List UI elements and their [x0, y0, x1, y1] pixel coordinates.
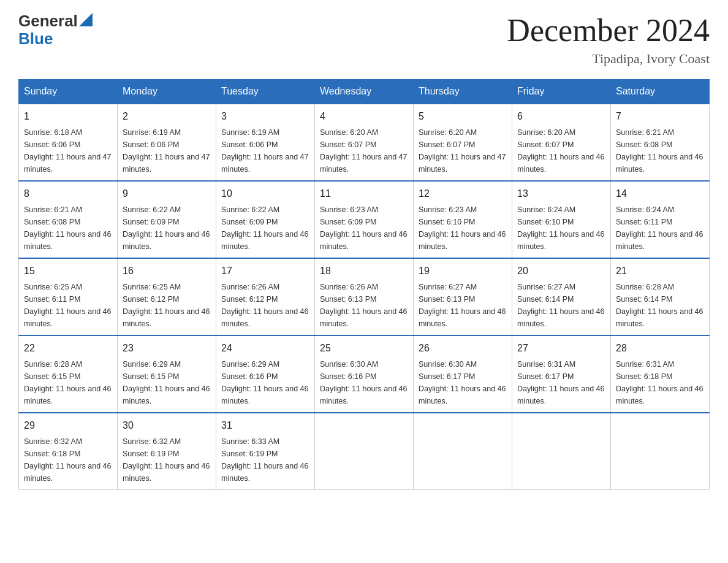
day-number: 21	[616, 264, 704, 278]
calendar-header: SundayMondayTuesdayWednesdayThursdayFrid…	[19, 80, 710, 104]
calendar-cell: 23 Sunrise: 6:29 AMSunset: 6:15 PMDaylig…	[118, 335, 216, 413]
day-info: Sunrise: 6:32 AMSunset: 6:19 PMDaylight:…	[123, 437, 210, 483]
day-number: 11	[320, 186, 408, 201]
day-info: Sunrise: 6:26 AMSunset: 6:13 PMDaylight:…	[320, 283, 407, 328]
day-info: Sunrise: 6:20 AMSunset: 6:07 PMDaylight:…	[419, 128, 506, 174]
logo: General Blue	[18, 12, 93, 47]
page-header: General Blue December 2024 Tipadipa, Ivo…	[18, 12, 710, 67]
day-number: 27	[517, 341, 605, 356]
day-number: 24	[221, 341, 309, 356]
day-info: Sunrise: 6:24 AMSunset: 6:10 PMDaylight:…	[517, 205, 604, 251]
day-number: 20	[517, 264, 605, 278]
calendar-cell: 9 Sunrise: 6:22 AMSunset: 6:09 PMDayligh…	[118, 181, 216, 258]
day-number: 28	[616, 341, 704, 356]
calendar-cell: 20 Sunrise: 6:27 AMSunset: 6:14 PMDaylig…	[512, 258, 611, 335]
calendar-cell: 5 Sunrise: 6:20 AMSunset: 6:07 PMDayligh…	[414, 104, 512, 181]
logo-general-text: General	[18, 12, 78, 30]
calendar-cell: 13 Sunrise: 6:24 AMSunset: 6:10 PMDaylig…	[512, 181, 611, 258]
day-number: 2	[123, 109, 211, 124]
day-number: 10	[221, 186, 309, 201]
calendar-week-row: 29 Sunrise: 6:32 AMSunset: 6:18 PMDaylig…	[19, 413, 710, 490]
day-number: 23	[123, 341, 211, 356]
weekday-header-monday: Monday	[118, 80, 216, 104]
day-number: 29	[24, 418, 112, 433]
day-info: Sunrise: 6:27 AMSunset: 6:13 PMDaylight:…	[419, 283, 506, 328]
calendar-cell: 16 Sunrise: 6:25 AMSunset: 6:12 PMDaylig…	[118, 258, 216, 335]
day-number: 22	[24, 341, 112, 356]
calendar-cell: 14 Sunrise: 6:24 AMSunset: 6:11 PMDaylig…	[611, 181, 710, 258]
day-info: Sunrise: 6:25 AMSunset: 6:11 PMDaylight:…	[24, 283, 111, 328]
calendar-cell: 17 Sunrise: 6:26 AMSunset: 6:12 PMDaylig…	[216, 258, 315, 335]
title-area: December 2024 Tipadipa, Ivory Coast	[507, 12, 710, 67]
day-number: 3	[221, 109, 309, 124]
day-info: Sunrise: 6:28 AMSunset: 6:15 PMDaylight:…	[24, 360, 111, 405]
day-info: Sunrise: 6:21 AMSunset: 6:08 PMDaylight:…	[616, 128, 703, 174]
calendar-cell: 7 Sunrise: 6:21 AMSunset: 6:08 PMDayligh…	[611, 104, 710, 181]
calendar-cell: 22 Sunrise: 6:28 AMSunset: 6:15 PMDaylig…	[19, 335, 118, 413]
day-number: 26	[419, 341, 507, 356]
calendar-cell	[512, 413, 611, 490]
day-number: 15	[24, 264, 112, 278]
day-info: Sunrise: 6:27 AMSunset: 6:14 PMDaylight:…	[517, 283, 604, 328]
day-info: Sunrise: 6:20 AMSunset: 6:07 PMDaylight:…	[320, 128, 407, 174]
calendar-cell: 1 Sunrise: 6:18 AMSunset: 6:06 PMDayligh…	[19, 104, 118, 181]
day-number: 16	[123, 264, 211, 278]
calendar-cell: 2 Sunrise: 6:19 AMSunset: 6:06 PMDayligh…	[118, 104, 216, 181]
calendar-cell	[611, 413, 710, 490]
day-info: Sunrise: 6:21 AMSunset: 6:08 PMDaylight:…	[24, 205, 111, 251]
day-number: 5	[419, 109, 507, 124]
day-info: Sunrise: 6:24 AMSunset: 6:11 PMDaylight:…	[616, 205, 703, 251]
day-info: Sunrise: 6:22 AMSunset: 6:09 PMDaylight:…	[221, 205, 308, 251]
logo-blue-text: Blue	[18, 30, 93, 48]
calendar-cell: 25 Sunrise: 6:30 AMSunset: 6:16 PMDaylig…	[315, 335, 414, 413]
weekday-header-wednesday: Wednesday	[315, 80, 414, 104]
calendar-cell: 26 Sunrise: 6:30 AMSunset: 6:17 PMDaylig…	[414, 335, 512, 413]
day-info: Sunrise: 6:29 AMSunset: 6:16 PMDaylight:…	[221, 360, 308, 405]
svg-marker-0	[79, 13, 93, 26]
weekday-header-thursday: Thursday	[414, 80, 512, 104]
day-number: 13	[517, 186, 605, 201]
day-info: Sunrise: 6:22 AMSunset: 6:09 PMDaylight:…	[123, 205, 210, 251]
day-info: Sunrise: 6:20 AMSunset: 6:07 PMDaylight:…	[517, 128, 604, 174]
day-info: Sunrise: 6:23 AMSunset: 6:09 PMDaylight:…	[320, 205, 407, 251]
weekday-header-saturday: Saturday	[611, 80, 710, 104]
calendar-cell: 28 Sunrise: 6:31 AMSunset: 6:18 PMDaylig…	[611, 335, 710, 413]
calendar-cell: 29 Sunrise: 6:32 AMSunset: 6:18 PMDaylig…	[19, 413, 118, 490]
calendar-cell	[315, 413, 414, 490]
day-info: Sunrise: 6:28 AMSunset: 6:14 PMDaylight:…	[616, 283, 703, 328]
calendar-cell: 21 Sunrise: 6:28 AMSunset: 6:14 PMDaylig…	[611, 258, 710, 335]
weekday-header-row: SundayMondayTuesdayWednesdayThursdayFrid…	[19, 80, 710, 104]
day-info: Sunrise: 6:30 AMSunset: 6:16 PMDaylight:…	[320, 360, 407, 405]
weekday-header-tuesday: Tuesday	[216, 80, 315, 104]
weekday-header-sunday: Sunday	[19, 80, 118, 104]
calendar-cell: 19 Sunrise: 6:27 AMSunset: 6:13 PMDaylig…	[414, 258, 512, 335]
calendar-cell: 6 Sunrise: 6:20 AMSunset: 6:07 PMDayligh…	[512, 104, 611, 181]
calendar-cell: 4 Sunrise: 6:20 AMSunset: 6:07 PMDayligh…	[315, 104, 414, 181]
calendar-cell: 24 Sunrise: 6:29 AMSunset: 6:16 PMDaylig…	[216, 335, 315, 413]
day-number: 1	[24, 109, 112, 124]
day-number: 9	[123, 186, 211, 201]
calendar-week-row: 22 Sunrise: 6:28 AMSunset: 6:15 PMDaylig…	[19, 335, 710, 413]
day-info: Sunrise: 6:31 AMSunset: 6:17 PMDaylight:…	[517, 360, 604, 405]
day-info: Sunrise: 6:18 AMSunset: 6:06 PMDaylight:…	[24, 128, 111, 174]
month-title: December 2024	[507, 12, 710, 48]
calendar-week-row: 8 Sunrise: 6:21 AMSunset: 6:08 PMDayligh…	[19, 181, 710, 258]
day-number: 6	[517, 109, 605, 124]
day-number: 14	[616, 186, 704, 201]
day-info: Sunrise: 6:31 AMSunset: 6:18 PMDaylight:…	[616, 360, 703, 405]
day-number: 30	[123, 418, 211, 433]
day-info: Sunrise: 6:26 AMSunset: 6:12 PMDaylight:…	[221, 283, 308, 328]
day-number: 18	[320, 264, 408, 278]
day-number: 25	[320, 341, 408, 356]
day-number: 31	[221, 418, 309, 433]
day-info: Sunrise: 6:19 AMSunset: 6:06 PMDaylight:…	[221, 128, 308, 174]
location-title: Tipadipa, Ivory Coast	[507, 51, 710, 67]
day-info: Sunrise: 6:19 AMSunset: 6:06 PMDaylight:…	[123, 128, 210, 174]
calendar-cell: 27 Sunrise: 6:31 AMSunset: 6:17 PMDaylig…	[512, 335, 611, 413]
day-number: 17	[221, 264, 309, 278]
weekday-header-friday: Friday	[512, 80, 611, 104]
calendar-cell: 3 Sunrise: 6:19 AMSunset: 6:06 PMDayligh…	[216, 104, 315, 181]
logo-triangle-icon	[79, 13, 93, 26]
day-info: Sunrise: 6:29 AMSunset: 6:15 PMDaylight:…	[123, 360, 210, 405]
calendar-cell: 11 Sunrise: 6:23 AMSunset: 6:09 PMDaylig…	[315, 181, 414, 258]
